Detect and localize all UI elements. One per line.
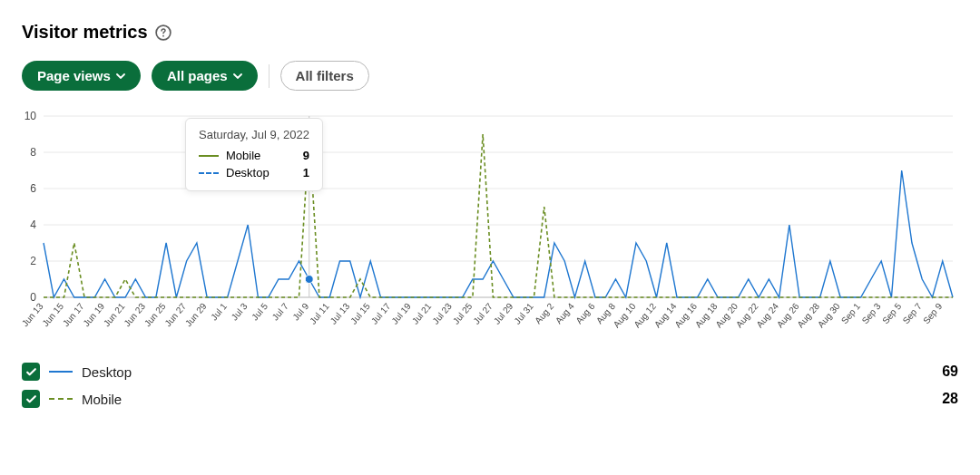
- svg-text:Aug 2: Aug 2: [533, 301, 556, 325]
- legend-label-mobile: Mobile: [82, 392, 122, 407]
- svg-text:4: 4: [30, 218, 36, 231]
- svg-text:Aug 6: Aug 6: [573, 301, 597, 325]
- svg-text:8: 8: [30, 146, 36, 159]
- svg-text:Jul 1: Jul 1: [209, 301, 229, 323]
- legend: Desktop 69 Mobile 28: [22, 363, 958, 408]
- legend-checkbox-mobile[interactable]: [22, 390, 40, 408]
- visitor-chart[interactable]: 0246810Jun 13Jun 15Jun 17Jun 19Jun 21Jun…: [22, 111, 958, 346]
- svg-text:Jul 31: Jul 31: [512, 301, 535, 326]
- svg-text:Jun 23: Jun 23: [122, 301, 147, 328]
- svg-text:Jun 27: Jun 27: [162, 301, 188, 328]
- legend-swatch-mobile: [49, 398, 73, 400]
- svg-text:Jun 17: Jun 17: [61, 301, 86, 328]
- svg-text:Jul 7: Jul 7: [270, 301, 290, 323]
- chevron-down-icon: [233, 73, 242, 79]
- svg-text:Jul 21: Jul 21: [410, 301, 434, 326]
- svg-text:Jun 21: Jun 21: [102, 301, 127, 328]
- svg-text:Sep 1: Sep 1: [839, 301, 863, 325]
- svg-text:Jun 29: Jun 29: [183, 301, 209, 328]
- svg-point-62: [305, 131, 313, 139]
- svg-text:Jul 27: Jul 27: [471, 301, 495, 326]
- svg-text:10: 10: [24, 111, 37, 122]
- svg-text:Jul 23: Jul 23: [430, 301, 454, 326]
- page-title: Visitor metrics: [22, 22, 148, 43]
- pages-dropdown[interactable]: All pages: [152, 61, 258, 91]
- metric-label: Page views: [37, 68, 111, 83]
- svg-text:2: 2: [30, 255, 36, 267]
- metric-dropdown[interactable]: Page views: [22, 61, 141, 91]
- svg-text:Jun 25: Jun 25: [142, 301, 168, 328]
- svg-text:Jul 11: Jul 11: [308, 301, 331, 326]
- chevron-down-icon: [116, 73, 125, 79]
- svg-text:Jun 19: Jun 19: [81, 301, 106, 328]
- filter-bar: Page views All pages All filters: [22, 61, 958, 91]
- legend-row-mobile: Mobile 28: [22, 390, 958, 408]
- svg-point-61: [305, 276, 313, 284]
- legend-swatch-desktop: [49, 371, 73, 373]
- help-icon[interactable]: [155, 24, 172, 41]
- svg-text:Aug 30: Aug 30: [816, 301, 842, 330]
- legend-total-desktop: 69: [942, 364, 958, 380]
- svg-text:Jul 13: Jul 13: [328, 301, 352, 326]
- legend-label-desktop: Desktop: [82, 364, 132, 380]
- legend-row-desktop: Desktop 69: [22, 363, 958, 381]
- svg-text:Jun 15: Jun 15: [40, 301, 65, 328]
- svg-text:Sep 7: Sep 7: [901, 301, 925, 325]
- legend-total-mobile: 28: [942, 391, 958, 407]
- svg-text:Aug 4: Aug 4: [554, 301, 577, 325]
- svg-text:Jul 5: Jul 5: [250, 301, 270, 323]
- svg-text:Sep 3: Sep 3: [859, 301, 883, 325]
- svg-text:Jul 15: Jul 15: [348, 301, 372, 326]
- svg-text:Jul 25: Jul 25: [451, 301, 475, 326]
- svg-text:Jul 29: Jul 29: [492, 301, 515, 326]
- svg-text:Jul 17: Jul 17: [369, 301, 393, 326]
- divider: [269, 64, 270, 88]
- svg-text:Jul 3: Jul 3: [230, 301, 250, 323]
- all-filters-label: All filters: [296, 68, 354, 83]
- svg-text:Sep 5: Sep 5: [880, 301, 904, 325]
- pages-label: All pages: [167, 68, 228, 83]
- svg-point-1: [162, 34, 164, 36]
- svg-text:Sep 9: Sep 9: [921, 301, 945, 325]
- legend-checkbox-desktop[interactable]: [22, 363, 40, 381]
- svg-text:Jul 19: Jul 19: [389, 301, 413, 326]
- all-filters-button[interactable]: All filters: [280, 61, 369, 91]
- svg-text:6: 6: [30, 182, 36, 195]
